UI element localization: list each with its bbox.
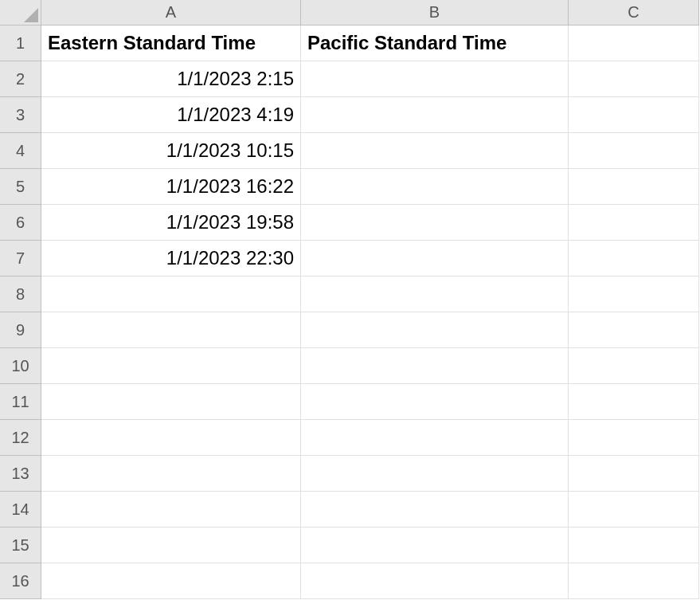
cell-C11[interactable] [569, 384, 699, 420]
cell-B13[interactable] [301, 456, 569, 492]
column-header-C[interactable]: C [569, 0, 699, 25]
cell-A1[interactable]: Eastern Standard Time [41, 25, 301, 61]
cell-C2[interactable] [569, 61, 699, 97]
cell-B15[interactable] [301, 528, 569, 563]
cell-A7[interactable]: 1/1/2023 22:30 [41, 241, 301, 277]
cell-C4[interactable] [569, 133, 699, 169]
row-header-10[interactable]: 10 [0, 348, 41, 384]
cell-C12[interactable] [569, 420, 699, 456]
row-header-16[interactable]: 16 [0, 563, 41, 599]
row-header-12[interactable]: 12 [0, 420, 41, 456]
cell-C5[interactable] [569, 169, 699, 205]
spreadsheet-grid: ABC1Eastern Standard TimePacific Standar… [0, 0, 700, 599]
row-header-15[interactable]: 15 [0, 528, 41, 563]
cell-A16[interactable] [41, 563, 301, 599]
row-header-6[interactable]: 6 [0, 205, 41, 241]
row-header-1[interactable]: 1 [0, 25, 41, 61]
cell-C13[interactable] [569, 456, 699, 492]
cell-A4[interactable]: 1/1/2023 10:15 [41, 133, 301, 169]
row-header-3[interactable]: 3 [0, 97, 41, 133]
row-header-13[interactable]: 13 [0, 456, 41, 492]
cell-A6[interactable]: 1/1/2023 19:58 [41, 205, 301, 241]
cell-B7[interactable] [301, 241, 569, 277]
column-header-A[interactable]: A [41, 0, 301, 25]
row-header-4[interactable]: 4 [0, 133, 41, 169]
cell-C9[interactable] [569, 312, 699, 348]
cell-B10[interactable] [301, 348, 569, 384]
cell-C10[interactable] [569, 348, 699, 384]
cell-B5[interactable] [301, 169, 569, 205]
cell-A14[interactable] [41, 492, 301, 528]
cell-B11[interactable] [301, 384, 569, 420]
cell-C14[interactable] [569, 492, 699, 528]
cell-C3[interactable] [569, 97, 699, 133]
cell-A5[interactable]: 1/1/2023 16:22 [41, 169, 301, 205]
cell-A12[interactable] [41, 420, 301, 456]
cell-A10[interactable] [41, 348, 301, 384]
row-header-14[interactable]: 14 [0, 492, 41, 528]
cell-C7[interactable] [569, 241, 699, 277]
select-all-corner[interactable] [0, 0, 41, 25]
cell-A13[interactable] [41, 456, 301, 492]
cell-A9[interactable] [41, 312, 301, 348]
cell-A2[interactable]: 1/1/2023 2:15 [41, 61, 301, 97]
cell-B1[interactable]: Pacific Standard Time [301, 25, 569, 61]
cell-A15[interactable] [41, 528, 301, 563]
row-header-2[interactable]: 2 [0, 61, 41, 97]
row-header-9[interactable]: 9 [0, 312, 41, 348]
cell-C15[interactable] [569, 528, 699, 563]
cell-A8[interactable] [41, 277, 301, 312]
cell-C6[interactable] [569, 205, 699, 241]
cell-A3[interactable]: 1/1/2023 4:19 [41, 97, 301, 133]
cell-C16[interactable] [569, 563, 699, 599]
row-header-11[interactable]: 11 [0, 384, 41, 420]
cell-B3[interactable] [301, 97, 569, 133]
cell-B14[interactable] [301, 492, 569, 528]
cell-B2[interactable] [301, 61, 569, 97]
cell-B12[interactable] [301, 420, 569, 456]
cell-B16[interactable] [301, 563, 569, 599]
row-header-5[interactable]: 5 [0, 169, 41, 205]
cell-B6[interactable] [301, 205, 569, 241]
column-header-B[interactable]: B [301, 0, 569, 25]
cell-A11[interactable] [41, 384, 301, 420]
cell-B8[interactable] [301, 277, 569, 312]
row-header-8[interactable]: 8 [0, 277, 41, 312]
cell-C8[interactable] [569, 277, 699, 312]
cell-B4[interactable] [301, 133, 569, 169]
cell-C1[interactable] [569, 25, 699, 61]
row-header-7[interactable]: 7 [0, 241, 41, 277]
cell-B9[interactable] [301, 312, 569, 348]
